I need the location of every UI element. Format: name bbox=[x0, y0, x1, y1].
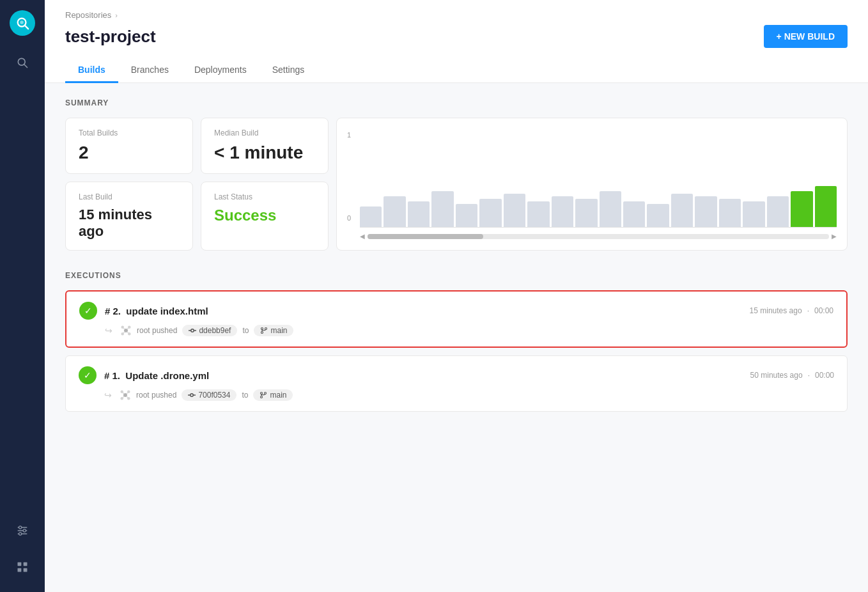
svg-line-38 bbox=[127, 396, 128, 398]
chart-scrollbar-row: ◀ ▶ bbox=[360, 233, 837, 240]
tab-builds[interactable]: Builds bbox=[65, 58, 118, 83]
svg-point-44 bbox=[265, 393, 267, 394]
chart-bar bbox=[431, 191, 453, 227]
median-build-card: Median Build < 1 minute bbox=[201, 118, 329, 174]
drone-icon-1 bbox=[120, 389, 131, 401]
svg-point-28 bbox=[261, 332, 263, 334]
summary-grid: Total Builds 2 Median Build < 1 minute 1… bbox=[65, 118, 848, 251]
last-build-value: 15 minutes ago bbox=[79, 206, 180, 240]
svg-point-8 bbox=[19, 526, 22, 529]
svg-point-27 bbox=[261, 328, 263, 330]
chart-bar bbox=[719, 199, 741, 227]
svg-point-39 bbox=[190, 394, 194, 397]
execution-branch-1[interactable]: main bbox=[253, 389, 293, 401]
svg-line-21 bbox=[127, 328, 128, 329]
chart-bar bbox=[575, 199, 597, 227]
breadcrumb-parent[interactable]: Repositories bbox=[65, 10, 111, 20]
chart-bar bbox=[552, 196, 573, 227]
drone-icon-2 bbox=[120, 325, 132, 336]
chart-bar bbox=[360, 206, 382, 227]
tab-branches[interactable]: Branches bbox=[118, 58, 182, 83]
last-status-label: Last Status bbox=[214, 192, 315, 201]
curve-arrow-2: ↪ bbox=[105, 325, 112, 336]
execution-meta-1: ↪ root pushed 700f0534 to bbox=[104, 389, 834, 401]
tab-settings[interactable]: Settings bbox=[260, 58, 318, 83]
svg-line-35 bbox=[123, 393, 124, 394]
execution-top-1: ✓ # 1. Update .drone.yml 50 minutes ago … bbox=[79, 366, 834, 384]
svg-line-22 bbox=[123, 332, 125, 333]
chart-bar bbox=[695, 196, 717, 227]
search-icon[interactable] bbox=[11, 51, 34, 77]
chart-y-bottom: 0 bbox=[347, 214, 351, 222]
chart-left-arrow[interactable]: ◀ bbox=[360, 233, 365, 240]
svg-point-29 bbox=[265, 328, 267, 330]
last-status-value: Success bbox=[214, 206, 315, 224]
builds-chart: 1 0 ◀ ▶ bbox=[336, 118, 848, 251]
execution-right-2: 15 minutes ago · 00:00 bbox=[750, 306, 833, 315]
chart-bar bbox=[479, 199, 501, 227]
execution-to-2: to bbox=[242, 326, 249, 335]
svg-rect-11 bbox=[18, 563, 22, 566]
chart-bar bbox=[767, 196, 789, 227]
execution-success-icon-2: ✓ bbox=[79, 302, 97, 320]
execution-item-1[interactable]: ✓ # 1. Update .drone.yml 50 minutes ago … bbox=[65, 355, 848, 412]
sliders-icon[interactable] bbox=[11, 519, 34, 545]
execution-separator-2: · bbox=[807, 306, 809, 315]
chart-bar bbox=[384, 196, 405, 227]
sidebar-bottom-icons bbox=[11, 519, 34, 582]
chart-y-top: 1 bbox=[347, 131, 351, 139]
chart-scrollbar[interactable] bbox=[368, 234, 829, 239]
execution-left-2: ✓ # 2. update index.html bbox=[79, 302, 208, 320]
execution-commit-2[interactable]: ddebb9ef bbox=[182, 325, 237, 336]
total-builds-value: 2 bbox=[79, 143, 180, 163]
chart-bar bbox=[600, 191, 621, 227]
last-build-label: Last Build bbox=[79, 192, 180, 201]
page-title: test-project bbox=[65, 27, 156, 47]
execution-duration-2: 00:00 bbox=[814, 306, 833, 315]
branch-icon-1 bbox=[260, 391, 267, 399]
chart-bar bbox=[527, 201, 549, 227]
page-title-row: test-project + NEW BUILD bbox=[65, 25, 848, 48]
chart-bar bbox=[815, 186, 837, 227]
execution-meta-2: ↪ root pushed ddebb9ef to bbox=[105, 325, 833, 336]
content-area: SUMMARY Total Builds 2 Median Build < 1 … bbox=[45, 83, 868, 592]
svg-line-1 bbox=[25, 26, 28, 29]
svg-point-2 bbox=[20, 20, 23, 24]
svg-point-24 bbox=[191, 329, 194, 332]
execution-top-2: ✓ # 2. update index.html 15 minutes ago … bbox=[79, 302, 833, 320]
svg-point-9 bbox=[23, 529, 26, 532]
execution-right-1: 50 minutes ago · 00:00 bbox=[750, 371, 834, 380]
main-content: Repositories › test-project + NEW BUILD … bbox=[45, 0, 868, 592]
execution-item-2[interactable]: ✓ # 2. update index.html 15 minutes ago … bbox=[65, 290, 848, 348]
svg-line-36 bbox=[127, 393, 128, 394]
svg-rect-14 bbox=[24, 568, 27, 572]
last-status-card: Last Status Success bbox=[201, 182, 329, 251]
tab-deployments[interactable]: Deployments bbox=[182, 58, 260, 83]
svg-point-43 bbox=[261, 396, 263, 398]
execution-user-1: root pushed bbox=[136, 391, 176, 400]
chart-bar bbox=[791, 191, 812, 227]
summary-section-label: SUMMARY bbox=[65, 98, 848, 107]
execution-time-1: 50 minutes ago bbox=[750, 371, 803, 380]
commit-icon-1 bbox=[188, 391, 196, 399]
execution-branch-2[interactable]: main bbox=[254, 325, 293, 336]
sidebar-logo[interactable] bbox=[10, 10, 35, 36]
svg-point-10 bbox=[19, 533, 22, 535]
chart-bar bbox=[408, 201, 430, 227]
execution-commit-1[interactable]: 700f0534 bbox=[182, 389, 236, 401]
new-build-button[interactable]: + NEW BUILD bbox=[764, 25, 848, 48]
grid-icon[interactable] bbox=[11, 556, 34, 582]
svg-line-4 bbox=[24, 65, 27, 68]
header: Repositories › test-project + NEW BUILD … bbox=[45, 0, 868, 83]
median-build-label: Median Build bbox=[214, 129, 315, 137]
curve-arrow-1: ↪ bbox=[104, 390, 112, 400]
chart-bar bbox=[743, 201, 764, 227]
execution-to-1: to bbox=[242, 391, 248, 400]
execution-title-2: # 2. update index.html bbox=[105, 306, 208, 316]
median-build-value: < 1 minute bbox=[214, 143, 315, 163]
svg-line-23 bbox=[127, 332, 128, 333]
executions-section-label: EXECUTIONS bbox=[65, 271, 848, 280]
chart-bar bbox=[647, 204, 669, 227]
chart-right-arrow[interactable]: ▶ bbox=[832, 233, 837, 240]
chart-scrollbar-thumb bbox=[368, 234, 483, 239]
